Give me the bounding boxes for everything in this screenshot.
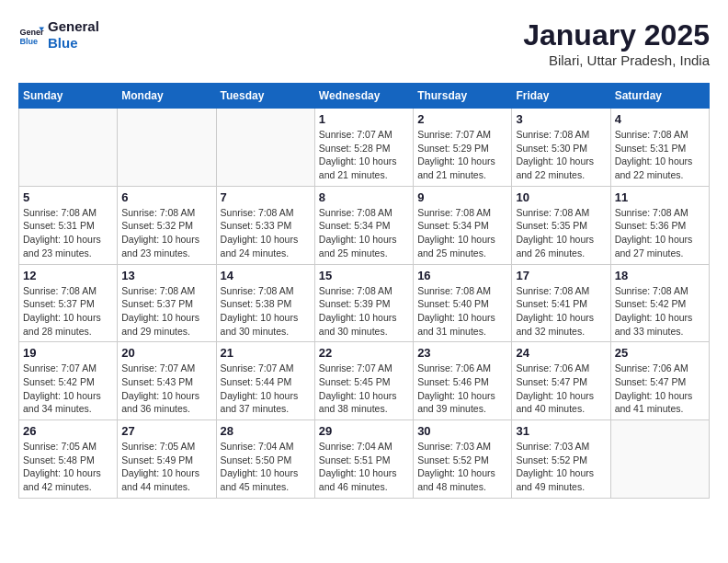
day-info: Sunrise: 7:04 AMSunset: 5:51 PMDaylight:… xyxy=(319,440,409,494)
day-number: 13 xyxy=(121,269,211,282)
svg-text:Blue: Blue xyxy=(19,37,38,46)
day-info: Sunrise: 7:08 AMSunset: 5:38 PMDaylight:… xyxy=(221,284,311,339)
calendar-cell: 6Sunrise: 7:08 AMSunset: 5:32 PMDaylight… xyxy=(118,186,216,264)
day-number: 30 xyxy=(417,424,507,438)
day-number: 7 xyxy=(221,190,311,204)
page-header: General Blue General Blue January 2025 B… xyxy=(18,18,710,68)
day-number: 5 xyxy=(23,190,113,204)
day-number: 22 xyxy=(319,346,409,360)
day-number: 1 xyxy=(319,112,409,126)
day-info: Sunrise: 7:06 AMSunset: 5:46 PMDaylight:… xyxy=(417,362,507,416)
calendar-cell: 30Sunrise: 7:03 AMSunset: 5:52 PMDayligh… xyxy=(414,420,512,499)
calendar-cell: 28Sunrise: 7:04 AMSunset: 5:50 PMDayligh… xyxy=(216,420,314,499)
day-number: 8 xyxy=(319,190,409,204)
day-info: Sunrise: 7:08 AMSunset: 5:41 PMDaylight:… xyxy=(516,284,606,339)
day-number: 31 xyxy=(516,424,606,438)
day-info: Sunrise: 7:08 AMSunset: 5:40 PMDaylight:… xyxy=(417,284,507,339)
calendar-cell: 1Sunrise: 7:07 AMSunset: 5:28 PMDaylight… xyxy=(314,109,413,187)
day-info: Sunrise: 7:08 AMSunset: 5:35 PMDaylight:… xyxy=(516,206,606,260)
weekday-header-row: SundayMondayTuesdayWednesdayThursdayFrid… xyxy=(19,84,710,109)
calendar-cell: 12Sunrise: 7:08 AMSunset: 5:37 PMDayligh… xyxy=(19,264,118,342)
logo-general: General xyxy=(48,18,99,35)
calendar-cell: 11Sunrise: 7:08 AMSunset: 5:36 PMDayligh… xyxy=(610,186,709,264)
day-number: 21 xyxy=(221,346,311,360)
day-number: 3 xyxy=(516,112,606,126)
calendar-cell xyxy=(216,109,314,187)
day-info: Sunrise: 7:08 AMSunset: 5:42 PMDaylight:… xyxy=(615,284,705,339)
day-info: Sunrise: 7:04 AMSunset: 5:50 PMDaylight:… xyxy=(221,440,311,494)
calendar-cell: 24Sunrise: 7:06 AMSunset: 5:47 PMDayligh… xyxy=(512,342,610,420)
calendar-cell: 23Sunrise: 7:06 AMSunset: 5:46 PMDayligh… xyxy=(414,342,512,420)
calendar-cell: 29Sunrise: 7:04 AMSunset: 5:51 PMDayligh… xyxy=(314,420,413,499)
day-info: Sunrise: 7:08 AMSunset: 5:31 PMDaylight:… xyxy=(23,206,113,260)
day-number: 28 xyxy=(221,424,311,438)
calendar-subtitle: Bilari, Uttar Pradesh, India xyxy=(523,52,710,68)
calendar-cell: 15Sunrise: 7:08 AMSunset: 5:39 PMDayligh… xyxy=(314,264,413,342)
calendar-cell xyxy=(19,109,118,187)
calendar-table: SundayMondayTuesdayWednesdayThursdayFrid… xyxy=(18,83,710,499)
logo: General Blue General Blue xyxy=(18,18,99,52)
calendar-cell: 31Sunrise: 7:03 AMSunset: 5:52 PMDayligh… xyxy=(512,420,610,499)
day-info: Sunrise: 7:05 AMSunset: 5:48 PMDaylight:… xyxy=(23,440,113,494)
weekday-header: Thursday xyxy=(414,84,512,109)
day-number: 25 xyxy=(615,346,705,360)
weekday-header: Monday xyxy=(118,84,216,109)
calendar-cell: 20Sunrise: 7:07 AMSunset: 5:43 PMDayligh… xyxy=(118,342,216,420)
calendar-cell: 18Sunrise: 7:08 AMSunset: 5:42 PMDayligh… xyxy=(610,264,709,342)
logo-icon: General Blue xyxy=(18,22,44,48)
title-block: January 2025 Bilari, Uttar Pradesh, Indi… xyxy=(523,18,710,68)
calendar-title: January 2025 xyxy=(523,18,710,52)
weekday-header: Tuesday xyxy=(216,84,314,109)
calendar-cell: 22Sunrise: 7:07 AMSunset: 5:45 PMDayligh… xyxy=(314,342,413,420)
day-number: 20 xyxy=(121,346,211,360)
day-number: 17 xyxy=(516,269,606,282)
calendar-cell: 19Sunrise: 7:07 AMSunset: 5:42 PMDayligh… xyxy=(19,342,118,420)
day-number: 14 xyxy=(221,269,311,282)
calendar-cell: 4Sunrise: 7:08 AMSunset: 5:31 PMDaylight… xyxy=(610,109,709,187)
day-number: 11 xyxy=(615,190,705,204)
calendar-cell: 10Sunrise: 7:08 AMSunset: 5:35 PMDayligh… xyxy=(512,186,610,264)
day-info: Sunrise: 7:08 AMSunset: 5:33 PMDaylight:… xyxy=(221,206,311,260)
calendar-cell: 3Sunrise: 7:08 AMSunset: 5:30 PMDaylight… xyxy=(512,109,610,187)
calendar-cell: 14Sunrise: 7:08 AMSunset: 5:38 PMDayligh… xyxy=(216,264,314,342)
calendar-week-row: 12Sunrise: 7:08 AMSunset: 5:37 PMDayligh… xyxy=(19,264,710,342)
day-number: 4 xyxy=(615,112,705,126)
day-info: Sunrise: 7:03 AMSunset: 5:52 PMDaylight:… xyxy=(417,440,507,494)
day-info: Sunrise: 7:08 AMSunset: 5:39 PMDaylight:… xyxy=(319,284,409,339)
calendar-cell: 8Sunrise: 7:08 AMSunset: 5:34 PMDaylight… xyxy=(314,186,413,264)
day-info: Sunrise: 7:06 AMSunset: 5:47 PMDaylight:… xyxy=(516,362,606,416)
day-info: Sunrise: 7:07 AMSunset: 5:43 PMDaylight:… xyxy=(121,362,211,416)
day-number: 26 xyxy=(23,424,113,438)
calendar-week-row: 26Sunrise: 7:05 AMSunset: 5:48 PMDayligh… xyxy=(19,420,710,499)
logo-blue: Blue xyxy=(48,35,99,52)
day-info: Sunrise: 7:07 AMSunset: 5:42 PMDaylight:… xyxy=(23,362,113,416)
day-number: 9 xyxy=(417,190,507,204)
day-number: 29 xyxy=(319,424,409,438)
day-info: Sunrise: 7:08 AMSunset: 5:32 PMDaylight:… xyxy=(121,206,211,260)
calendar-cell: 5Sunrise: 7:08 AMSunset: 5:31 PMDaylight… xyxy=(19,186,118,264)
calendar-cell: 16Sunrise: 7:08 AMSunset: 5:40 PMDayligh… xyxy=(414,264,512,342)
day-number: 16 xyxy=(417,269,507,282)
calendar-cell: 7Sunrise: 7:08 AMSunset: 5:33 PMDaylight… xyxy=(216,186,314,264)
day-number: 24 xyxy=(516,346,606,360)
day-number: 27 xyxy=(121,424,211,438)
day-number: 12 xyxy=(23,269,113,282)
day-info: Sunrise: 7:05 AMSunset: 5:49 PMDaylight:… xyxy=(121,440,211,494)
calendar-cell: 27Sunrise: 7:05 AMSunset: 5:49 PMDayligh… xyxy=(118,420,216,499)
calendar-cell: 9Sunrise: 7:08 AMSunset: 5:34 PMDaylight… xyxy=(414,186,512,264)
day-info: Sunrise: 7:08 AMSunset: 5:30 PMDaylight:… xyxy=(516,128,606,182)
day-number: 19 xyxy=(23,346,113,360)
weekday-header: Saturday xyxy=(610,84,709,109)
calendar-cell: 13Sunrise: 7:08 AMSunset: 5:37 PMDayligh… xyxy=(118,264,216,342)
calendar-week-row: 19Sunrise: 7:07 AMSunset: 5:42 PMDayligh… xyxy=(19,342,710,420)
calendar-cell: 25Sunrise: 7:06 AMSunset: 5:47 PMDayligh… xyxy=(610,342,709,420)
day-info: Sunrise: 7:08 AMSunset: 5:37 PMDaylight:… xyxy=(121,284,211,339)
weekday-header: Wednesday xyxy=(314,84,413,109)
day-info: Sunrise: 7:03 AMSunset: 5:52 PMDaylight:… xyxy=(516,440,606,494)
day-info: Sunrise: 7:08 AMSunset: 5:37 PMDaylight:… xyxy=(23,284,113,339)
calendar-cell: 2Sunrise: 7:07 AMSunset: 5:29 PMDaylight… xyxy=(414,109,512,187)
weekday-header: Sunday xyxy=(19,84,118,109)
day-info: Sunrise: 7:08 AMSunset: 5:34 PMDaylight:… xyxy=(417,206,507,260)
day-number: 6 xyxy=(121,190,211,204)
day-info: Sunrise: 7:07 AMSunset: 5:45 PMDaylight:… xyxy=(319,362,409,416)
